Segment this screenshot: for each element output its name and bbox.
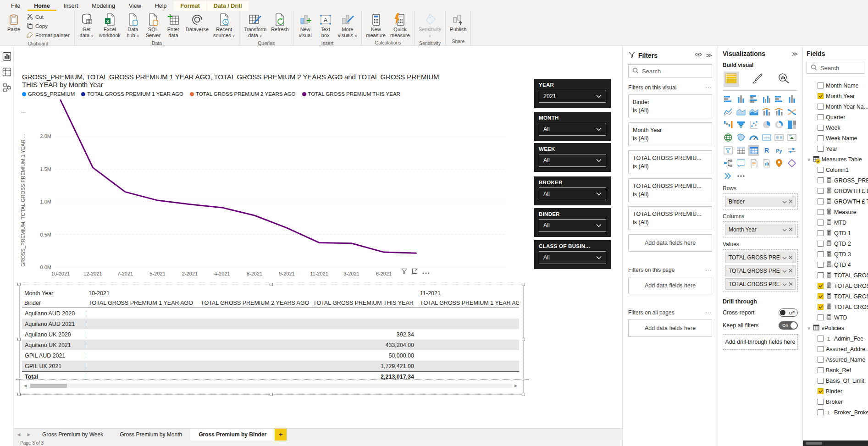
add-data-fields-drop-zone[interactable]: Add data fields here	[628, 277, 712, 294]
field-checkbox[interactable]	[818, 251, 824, 257]
copy-button[interactable]: Copy	[25, 22, 72, 30]
field-item[interactable]: TOTAL GROSS ...	[807, 302, 868, 312]
field-item[interactable]: Broker	[807, 396, 868, 407]
enter-data-button[interactable]: Enterdata	[164, 12, 182, 39]
field-item[interactable]: QTD 2	[807, 238, 868, 249]
recent-sources-button[interactable]: Recentsources ∨	[212, 12, 236, 40]
data-hub-button[interactable]: Datahub ∨	[124, 12, 142, 40]
visual-type-matrix[interactable]	[748, 145, 759, 156]
report-view-button[interactable]	[2, 52, 11, 61]
field-checkbox[interactable]	[818, 336, 824, 341]
field-checkbox[interactable]	[818, 146, 824, 152]
cross-report-toggle[interactable]: Off	[779, 308, 798, 317]
field-checkbox[interactable]	[818, 357, 824, 363]
ribbon-tab-modeling[interactable]: Modeling	[85, 1, 122, 11]
model-view-button[interactable]	[2, 83, 11, 92]
text-box-button[interactable]: ATextbox	[316, 12, 335, 39]
field-pill[interactable]: Month Year	[725, 224, 796, 235]
dataverse-button[interactable]: Dataverse	[184, 12, 210, 33]
table-row[interactable]: GPIL UK 20211,729,421.00	[22, 361, 519, 371]
field-pill[interactable]: TOTAL GROSS PREMI...	[725, 252, 796, 263]
new-page-button[interactable]: +	[275, 429, 287, 440]
visual-type-100-stacked-column-chart[interactable]	[786, 94, 797, 105]
field-pill[interactable]: TOTAL GROSS PREMI...	[725, 265, 796, 276]
field-checkbox[interactable]	[818, 167, 824, 173]
visual-type-waterfall-chart[interactable]	[723, 119, 734, 130]
field-item[interactable]: Week	[807, 122, 868, 133]
visual-type-smart-narrative[interactable]	[748, 158, 759, 169]
ribbon-tab-home[interactable]: Home	[28, 1, 56, 11]
get-data-button[interactable]: Getdata ∨	[77, 12, 96, 40]
slicer-dropdown[interactable]: All	[539, 187, 606, 200]
field-item[interactable]: Month Name	[807, 80, 868, 91]
chevron-down-icon[interactable]	[782, 268, 787, 274]
visual-type-area-chart[interactable]	[735, 106, 746, 117]
focus-mode-icon[interactable]	[412, 268, 418, 276]
scroll-right-arrow[interactable]: ▶	[513, 384, 519, 388]
filter-card[interactable]: TOTAL GROSS PREMIU...is (All)	[628, 178, 712, 202]
ribbon-tab-file[interactable]: File	[5, 1, 27, 11]
ribbon-tab-data-drill[interactable]: Data / Drill	[207, 1, 249, 11]
filter-icon[interactable]	[401, 268, 407, 276]
field-checkbox[interactable]	[818, 188, 824, 194]
visual-type-stacked-area-chart[interactable]	[748, 106, 759, 117]
field-item[interactable]: Week Name	[807, 133, 868, 143]
selection-handle[interactable]	[270, 283, 273, 286]
analytics-mode-icon[interactable]	[776, 71, 791, 88]
slicer-dropdown[interactable]: All	[539, 219, 606, 232]
page-tab-gross-premium-by-week[interactable]: Gross Premium by Week	[34, 429, 111, 440]
section-more-icon[interactable]: ···	[705, 267, 712, 273]
add-data-fields-drop-zone[interactable]: Add data fields here	[628, 234, 712, 252]
table-row[interactable]: Aquilano UK 2021433,204.00	[22, 340, 519, 350]
data-view-button[interactable]	[2, 67, 11, 77]
section-more-icon[interactable]: ···	[705, 84, 712, 91]
matrix-h-scrollbar[interactable]: ◀▶	[22, 383, 519, 389]
publish-button[interactable]: Publish	[448, 12, 468, 33]
slicer-dropdown[interactable]: All	[539, 123, 606, 136]
field-item[interactable]: Quarter	[807, 112, 868, 122]
keep-all-filters-toggle[interactable]: On	[779, 321, 798, 330]
selection-handle[interactable]	[17, 393, 21, 396]
more-visuals-button[interactable]: Morevisuals ∨	[337, 12, 359, 40]
visual-type-line-chart[interactable]	[723, 106, 734, 117]
fields-search-input[interactable]: Search	[807, 62, 864, 74]
add-drill-through-drop-zone[interactable]: Add drill-through fields here	[723, 334, 798, 350]
visual-type-table[interactable]	[735, 145, 746, 156]
new-visual-button[interactable]: Newvisual	[296, 12, 315, 39]
field-checkbox[interactable]	[818, 177, 824, 183]
table-row[interactable]: Total2,213,017.34	[22, 371, 519, 382]
field-item[interactable]: Assured_Name	[807, 354, 868, 365]
field-checkbox[interactable]	[818, 104, 824, 110]
field-item[interactable]: Year	[807, 143, 868, 154]
visual-type-shape-map[interactable]	[748, 132, 759, 143]
field-item[interactable]: Binder	[807, 386, 868, 396]
remove-field-icon[interactable]	[789, 281, 793, 287]
cut-button[interactable]: Cut	[25, 13, 72, 21]
visual-type-pie-chart[interactable]	[761, 119, 772, 130]
slicer-dropdown[interactable]: 2021	[539, 90, 606, 103]
field-checkbox[interactable]	[818, 83, 824, 88]
field-item[interactable]: ΣBroker_Broker...	[807, 407, 868, 418]
remove-field-icon[interactable]	[789, 199, 793, 204]
selection-handle[interactable]	[522, 338, 525, 341]
visual-type-filled-map[interactable]	[735, 132, 746, 143]
field-checkbox[interactable]	[818, 388, 824, 394]
paste-button[interactable]: Paste	[5, 12, 23, 33]
field-checkbox[interactable]	[818, 399, 824, 405]
section-more-icon[interactable]: ···	[705, 309, 712, 316]
visual-type-donut-chart[interactable]	[774, 119, 785, 130]
matrix-visual[interactable]: Month Year10-202111-2021BinderTOTAL GROS…	[22, 288, 519, 389]
field-checkbox[interactable]	[818, 135, 824, 141]
field-checkbox[interactable]	[818, 367, 824, 373]
visual-type-get-more-visuals[interactable]	[735, 171, 746, 182]
field-checkbox[interactable]	[818, 346, 824, 352]
table-row[interactable]: Aquilano AUD 2021	[22, 319, 519, 329]
visual-type-multi-row-card[interactable]	[774, 132, 785, 143]
matrix-column-header[interactable]: TOTAL GROSS PREMIUM 2 YEARS AGO	[199, 300, 311, 306]
report-canvas[interactable]: GROSS_PREMIUM, TOTAL GROSS PREMIUM 1 YEA…	[14, 46, 622, 446]
visual-type-stacked-bar-chart[interactable]	[723, 94, 734, 105]
visual-type-stacked-column-chart[interactable]	[735, 94, 746, 105]
ribbon-tab-insert[interactable]: Insert	[57, 1, 84, 11]
visual-type-clustered-bar-chart[interactable]	[748, 94, 759, 105]
visual-type-kpi[interactable]	[786, 132, 797, 143]
